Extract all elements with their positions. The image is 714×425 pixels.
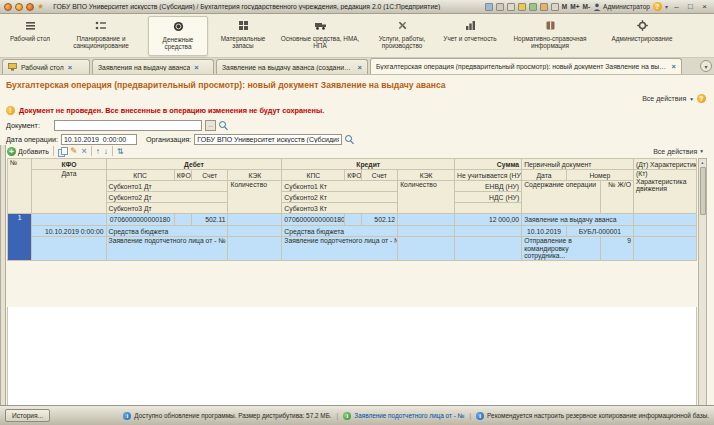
search-icon[interactable] bbox=[219, 121, 229, 131]
operation-date-input[interactable] bbox=[61, 134, 137, 145]
update-message: i Доступно обновление программы. Размер … bbox=[123, 412, 331, 420]
grid-toolbar: + Добавить ✎ × ↑ ↓ ⇅ Все действия ▾ bbox=[7, 145, 707, 157]
delete-row-icon[interactable]: × bbox=[81, 147, 86, 156]
col-credit-sub2: Субконто2 Кт bbox=[282, 192, 398, 203]
ribbon-section-accounting[interactable]: Учет и отчетность bbox=[442, 16, 498, 56]
cell-debit-sub1[interactable]: Средства бюджета bbox=[106, 226, 228, 237]
help-icon[interactable]: ? bbox=[653, 2, 662, 11]
form-help-icon[interactable]: ? bbox=[697, 94, 706, 103]
col-kfo: КФО bbox=[32, 159, 106, 170]
calendar-icon[interactable] bbox=[540, 3, 548, 11]
cell-primary-number[interactable]: БУБЛ-000001 bbox=[566, 226, 633, 237]
info-icon: i bbox=[476, 412, 484, 420]
tab-advance-list[interactable]: Заявления на выдачу аванса × bbox=[92, 59, 214, 74]
chevron-down-icon[interactable]: ▾ bbox=[665, 3, 668, 10]
document-link[interactable]: Заявление подотчетного лица от - № bbox=[354, 412, 464, 419]
organization-search-icon[interactable] bbox=[345, 135, 355, 145]
desktop-tab-icon bbox=[8, 63, 17, 71]
ribbon-section-reference[interactable]: Нормативно-справочная информация bbox=[502, 16, 598, 56]
restore-button[interactable]: □ bbox=[685, 2, 696, 12]
warning-icon: ! bbox=[6, 106, 15, 115]
memory-clear-button[interactable]: M- bbox=[582, 3, 590, 10]
cell-date[interactable]: 10.10.2019 0:00:00 bbox=[32, 226, 106, 237]
cell-primary-date[interactable]: 10.10.2019 bbox=[522, 226, 567, 237]
print-icon[interactable] bbox=[496, 3, 504, 11]
col-char-dt: (Дт) Характеристика ... bbox=[633, 159, 696, 170]
calculator-icon[interactable] bbox=[551, 3, 559, 11]
ribbon-section-admin[interactable]: Администрирование bbox=[602, 16, 682, 56]
grid-all-actions-button[interactable]: Все действия bbox=[653, 148, 697, 155]
scrollbar-thumb[interactable] bbox=[700, 167, 706, 215]
document-select-button[interactable]: ... bbox=[205, 120, 216, 131]
ribbon-section-planning[interactable]: Планирование и санкционирование bbox=[58, 16, 144, 56]
add-row-button[interactable]: + Добавить bbox=[7, 147, 49, 156]
ribbon: Рабочий стол Планирование и санкциониров… bbox=[0, 14, 714, 58]
all-actions-button[interactable]: Все действия bbox=[642, 95, 686, 102]
cell-sum[interactable]: 12 000,00 bbox=[455, 214, 522, 226]
cell-journal[interactable]: 9 bbox=[601, 237, 634, 261]
main-menu-icon[interactable] bbox=[4, 3, 12, 11]
chevron-down-icon: ▾ bbox=[690, 96, 693, 102]
cell-credit-kps[interactable]: 0706000000000180 bbox=[282, 214, 345, 226]
ribbon-section-desktop[interactable]: Рабочий стол bbox=[6, 16, 54, 56]
preview-icon[interactable] bbox=[507, 3, 515, 11]
tab-desktop[interactable]: Рабочий стол × bbox=[2, 59, 90, 74]
history-button[interactable]: История... bbox=[5, 409, 50, 422]
document-input[interactable] bbox=[54, 120, 202, 131]
table-row[interactable]: 1 0706000000000180 502.11 07060000000001… bbox=[8, 214, 697, 226]
col-sum-envd: ЕНВД (НУ) bbox=[455, 181, 522, 192]
ribbon-section-assets[interactable]: Основные средства, НМА, НПА bbox=[278, 16, 362, 56]
memory-add-button[interactable]: M+ bbox=[570, 3, 579, 10]
save-icon[interactable] bbox=[485, 3, 493, 11]
edit-row-icon[interactable]: ✎ bbox=[70, 147, 78, 156]
close-tab-icon[interactable]: × bbox=[194, 63, 198, 72]
cell-credit-account[interactable]: 502.12 bbox=[361, 214, 398, 226]
cell-debit-account[interactable]: 502.11 bbox=[191, 214, 228, 226]
service-menu-icon[interactable] bbox=[26, 3, 34, 11]
reorder-icon[interactable]: ⇅ bbox=[117, 147, 124, 156]
table-row[interactable]: Заявление подотчетного лица от - № Заявл… bbox=[8, 237, 697, 261]
page-title: Бухгалтерская операция (предварительный … bbox=[6, 80, 446, 90]
tab-advance-new[interactable]: Заявление на выдачу аванса (создание) * … bbox=[216, 59, 368, 74]
cell-credit-sub2[interactable]: Заявление подотчетного лица от - № bbox=[282, 237, 398, 261]
tab-list-button[interactable]: ▾ bbox=[700, 60, 712, 72]
close-tab-icon[interactable]: × bbox=[358, 63, 362, 72]
cell-primary-doc[interactable]: Заявление на выдачу аванса bbox=[522, 214, 634, 226]
quick-menu-icon[interactable] bbox=[15, 3, 23, 11]
col-debit-kek: КЭК bbox=[228, 170, 282, 181]
note-icon[interactable] bbox=[529, 3, 537, 11]
close-button[interactable]: × bbox=[699, 2, 710, 12]
copy-row-icon[interactable] bbox=[58, 147, 66, 156]
move-up-icon[interactable]: ↑ bbox=[96, 147, 100, 156]
favorites-icon[interactable]: ★ bbox=[37, 3, 44, 11]
truck-icon bbox=[314, 19, 327, 32]
ribbon-section-money[interactable]: Денежные средства bbox=[148, 16, 208, 56]
current-user: Администратор bbox=[593, 3, 650, 11]
ribbon-section-inventory[interactable]: Материальные запасы bbox=[212, 16, 274, 56]
table-row[interactable]: 10.10.2019 0:00:00 Средства бюджета Сред… bbox=[8, 226, 697, 237]
minimize-button[interactable]: – bbox=[671, 2, 682, 12]
book-icon bbox=[545, 19, 556, 32]
cell-debit-sub2[interactable]: Заявление подотчетного лица от - № bbox=[106, 237, 228, 261]
memory-store-button[interactable]: M bbox=[562, 3, 567, 10]
move-down-icon[interactable]: ↓ bbox=[104, 147, 108, 156]
plus-icon: + bbox=[7, 147, 16, 156]
info-icon: i bbox=[343, 412, 351, 420]
ribbon-section-services[interactable]: Услуги, работы, производство bbox=[366, 16, 438, 56]
row-number[interactable]: 1 bbox=[8, 214, 32, 261]
vertical-scrollbar[interactable]: ▴ ▾ bbox=[698, 158, 707, 425]
desktop-icon bbox=[25, 19, 36, 32]
col-journal: № Ж/О bbox=[601, 181, 634, 214]
splitter[interactable] bbox=[0, 145, 6, 425]
cell-operation[interactable]: Отправление в командировку сотрудника... bbox=[522, 237, 601, 261]
close-tab-icon[interactable]: × bbox=[672, 62, 676, 71]
col-primary-date: Дата bbox=[522, 170, 567, 181]
scroll-up-icon[interactable]: ▴ bbox=[699, 159, 706, 166]
cell-credit-sub1[interactable]: Средства бюджета bbox=[282, 226, 398, 237]
col-sum-nds: НДС (НУ) bbox=[455, 192, 522, 203]
tab-operation-preview[interactable]: Бухгалтерская операция (предварительный … bbox=[370, 58, 682, 74]
favorites-add-icon[interactable] bbox=[518, 3, 526, 11]
close-tab-icon[interactable]: × bbox=[68, 63, 72, 72]
organization-input[interactable] bbox=[194, 134, 342, 145]
cell-debit-kps[interactable]: 0706000000000180 bbox=[106, 214, 174, 226]
